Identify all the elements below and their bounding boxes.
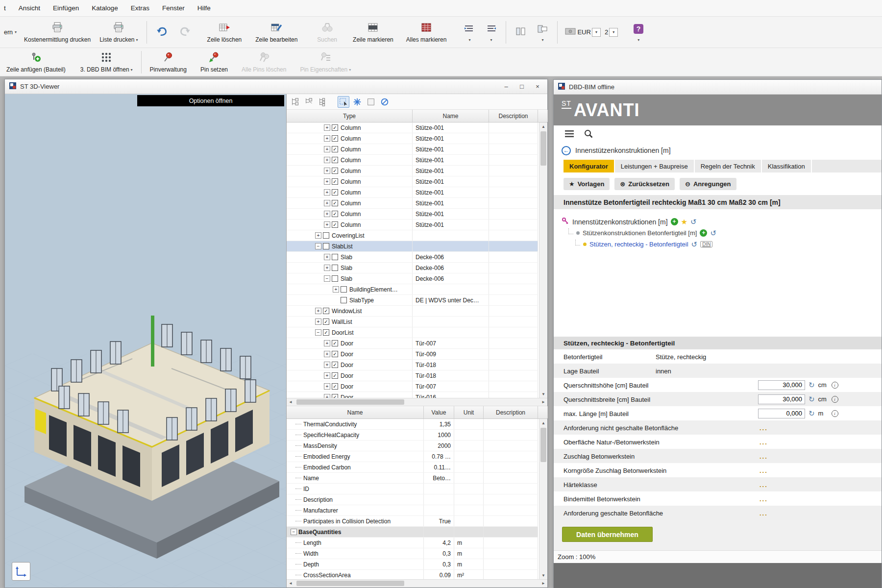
ellipsis-link[interactable]: ... [760, 481, 768, 488]
tree-horizontal-scrollbar[interactable]: ◄ ► [287, 398, 547, 406]
checkbox[interactable]: ✓ [332, 146, 338, 152]
checkbox[interactable]: ✓ [323, 318, 329, 325]
box-select-icon[interactable] [365, 96, 377, 108]
hamburger-menu-icon[interactable] [564, 130, 574, 139]
expander-icon[interactable]: + [324, 168, 330, 174]
print-list-button[interactable]: Liste drucken▾ [95, 20, 142, 45]
checkbox[interactable] [332, 254, 338, 260]
3d-viewport[interactable]: Optionen öffnen [5, 94, 286, 588]
column-header-value[interactable]: Value [424, 406, 454, 418]
redo-button[interactable] [173, 23, 196, 41]
help-button[interactable]: ? ▾ [628, 21, 649, 44]
tree-row[interactable]: +CoveringList [287, 230, 538, 241]
checkbox[interactable]: ✓ [332, 124, 338, 131]
checkbox[interactable]: ✓ [323, 308, 329, 314]
back-arrow-icon[interactable]: ← [562, 146, 571, 155]
dropdown-arrow-icon[interactable]: ▾ [15, 30, 17, 34]
tree-row[interactable]: +✓ColumnStütze-001 [287, 209, 538, 220]
scroll-up-icon[interactable]: ▲ [539, 419, 547, 427]
column-header-name[interactable]: Name [413, 110, 489, 122]
column-header-description[interactable]: Description [484, 406, 538, 418]
tree-row[interactable]: +✓ColumnStütze-001 [287, 176, 538, 187]
viewer-titlebar[interactable]: ST 3D-Viewer – □ × [5, 79, 547, 94]
pins-delete-all-button[interactable]: Alle Pins löschen [237, 49, 291, 74]
expander-icon[interactable]: + [324, 362, 330, 368]
din-badge[interactable]: DIN [700, 241, 712, 247]
expander-icon[interactable]: + [324, 200, 330, 206]
undo-button[interactable] [151, 23, 173, 41]
scroll-right-icon[interactable]: ► [539, 580, 547, 587]
tree-row[interactable]: SlabTypeDE | WDVS unter Dec… [287, 295, 538, 306]
dropdown-arrow-icon[interactable]: ▾ [637, 38, 639, 42]
pin-properties-button[interactable]: Pin Eigenschaften▾ [295, 49, 355, 74]
merge-view-button[interactable]: ▾ [532, 21, 553, 44]
history-icon[interactable]: ↺ [690, 218, 697, 226]
tab-leistungen-baupreise[interactable]: Leistungen + Baupreise [615, 160, 695, 172]
scroll-up-icon[interactable]: ▲ [539, 122, 547, 130]
checkbox[interactable] [332, 265, 338, 271]
scrollbar-thumb[interactable] [540, 131, 546, 166]
expander-icon[interactable]: + [324, 254, 330, 260]
ellipsis-link[interactable]: ... [760, 509, 768, 516]
close-button[interactable]: × [530, 81, 545, 93]
dropdown-arrow-icon[interactable]: ▾ [541, 38, 543, 42]
tree-vertical-scrollbar[interactable]: ▲ ▼ [539, 122, 547, 398]
tab-klassifikation[interactable]: Klassifikation [762, 160, 812, 172]
mark-row-button[interactable]: Zeile markieren [348, 20, 398, 45]
tree-row[interactable]: +✓ColumnStütze-001 [287, 144, 538, 155]
tree-row[interactable]: −SlabDecke-006 [287, 273, 538, 284]
currency-dropdown-icon[interactable]: ▾ [592, 28, 601, 37]
property-input[interactable] [758, 394, 805, 404]
select-marquee-icon[interactable] [338, 96, 349, 108]
expander-icon[interactable]: + [315, 232, 321, 239]
property-row[interactable]: Width0,3m [287, 548, 538, 559]
property-input[interactable] [758, 409, 805, 418]
tree-row[interactable]: +✓DoorTür-007 [287, 381, 538, 392]
menu-item-ansicht[interactable]: Ansicht [19, 4, 40, 12]
pin-manage-button[interactable]: Pinverwaltung [146, 49, 191, 74]
tree-node-root[interactable]: Innenstützenkonstruktionen [m] + ★ ↺ [562, 216, 882, 227]
dbd-titlebar[interactable]: DBD-BIM offline [554, 80, 882, 95]
checkbox[interactable]: ✓ [332, 168, 338, 174]
checkbox[interactable] [341, 297, 347, 303]
tree-row[interactable]: +✓ColumnStütze-001 [287, 133, 538, 144]
minimize-button[interactable]: – [498, 81, 514, 93]
ellipsis-link[interactable]: ... [760, 495, 768, 502]
checkbox[interactable]: ✓ [332, 221, 338, 228]
checkbox[interactable]: ✓ [332, 178, 338, 185]
currency-combo[interactable]: EUR ▾ [564, 26, 600, 38]
checkbox[interactable]: ✓ [332, 394, 338, 398]
property-row[interactable]: Description [287, 494, 538, 505]
checkbox[interactable]: ✓ [332, 200, 338, 206]
split-view-button[interactable] [510, 24, 532, 41]
scroll-right-icon[interactable]: ► [539, 398, 547, 406]
tab-konfigurator[interactable]: Konfigurator [564, 160, 615, 172]
tree-row[interactable]: +✓DoorTür-007 [287, 338, 538, 349]
dropdown-arrow-icon[interactable]: ▾ [136, 38, 138, 42]
properties-vertical-scrollbar[interactable]: ▲ ▼ [539, 419, 547, 579]
maximize-button[interactable]: □ [514, 81, 530, 93]
checkbox[interactable]: ✓ [332, 383, 338, 390]
tree-node-selected[interactable]: Stützen, rechteckig - Betonfertigteil ↺ … [562, 239, 882, 250]
search-button[interactable]: Suchen [313, 20, 342, 45]
expander-icon[interactable]: + [324, 265, 330, 271]
checkbox[interactable] [323, 243, 329, 249]
expander-icon[interactable]: − [315, 329, 321, 336]
anregungen-button[interactable]: ⊖Anregungen [680, 178, 736, 190]
favorite-star-icon[interactable]: ★ [681, 218, 687, 226]
dropdown-arrow-icon[interactable]: ▾ [349, 68, 351, 72]
expander-icon[interactable]: − [315, 243, 321, 249]
expander-icon[interactable]: + [333, 286, 339, 293]
mark-all-button[interactable]: Alles markieren [402, 20, 451, 45]
expander-icon[interactable]: + [324, 178, 330, 185]
scroll-left-icon[interactable]: ◄ [287, 398, 294, 406]
dropdown-arrow-icon[interactable]: ▾ [131, 68, 133, 72]
checkbox[interactable]: ✓ [332, 211, 338, 217]
hide-selection-icon[interactable] [379, 96, 391, 108]
outdent-rows-button[interactable]: ▾ [480, 21, 502, 44]
expander-icon[interactable]: + [324, 124, 330, 131]
truncated-ern-button[interactable]: ern ▾ [1, 26, 20, 39]
search-icon[interactable] [584, 129, 593, 140]
checkbox[interactable] [341, 286, 347, 293]
property-row[interactable]: ThermalConductivity1,35 [287, 419, 538, 430]
